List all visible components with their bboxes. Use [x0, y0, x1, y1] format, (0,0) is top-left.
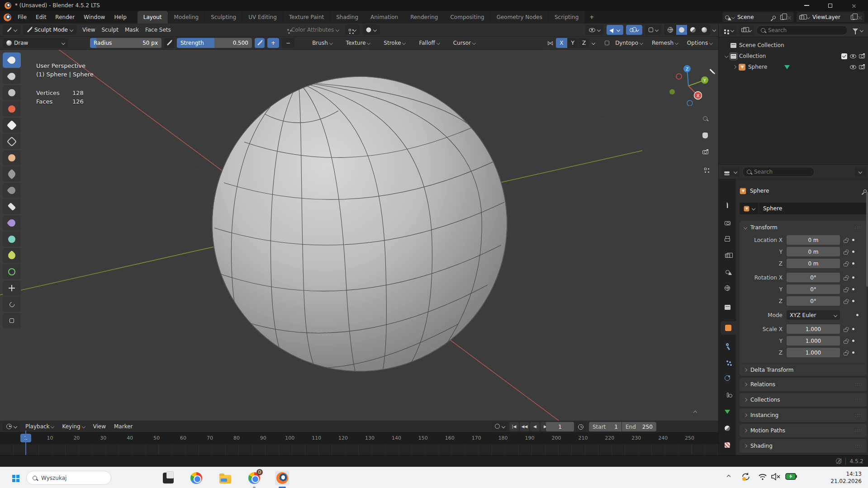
tool-crease[interactable] — [3, 166, 21, 182]
viewport-menu-item[interactable]: Mask — [122, 25, 142, 35]
workspace-tab[interactable]: Compositing — [444, 11, 490, 24]
outliner-row-sphere[interactable]: Sphere — [722, 62, 865, 72]
brush-popover[interactable]: Falloff — [416, 38, 442, 48]
shading-solid-button[interactable] — [676, 25, 687, 35]
close-button[interactable] — [844, 0, 863, 11]
animate-dot-icon[interactable] — [852, 251, 854, 253]
menu-window[interactable]: Window — [79, 11, 109, 24]
outliner-row-scene-collection[interactable]: Scene Collection — [722, 40, 865, 51]
animate-dot-icon[interactable] — [852, 340, 854, 342]
tab-output[interactable] — [719, 232, 736, 246]
tray-wifi-icon[interactable] — [758, 473, 767, 482]
viewport-camera-button[interactable] — [699, 146, 711, 158]
viewport-canvas[interactable] — [0, 50, 718, 421]
dyntopo-popover[interactable]: Dyntopo — [612, 38, 646, 48]
tool-smooth[interactable] — [3, 183, 21, 198]
unlink-scene-icon[interactable] — [787, 15, 791, 19]
menu-file[interactable]: File — [13, 11, 31, 24]
lock-icon[interactable] — [844, 240, 848, 243]
expand-chevron-icon[interactable] — [733, 65, 736, 69]
workspace-tab[interactable]: Animation — [365, 11, 404, 24]
location-value-field[interactable]: 0 m — [787, 235, 840, 245]
shading-options-chevron[interactable] — [712, 28, 716, 32]
properties-section[interactable]: Motion Paths :::: — [740, 424, 867, 437]
viewport-menu-item[interactable]: Sculpt — [98, 25, 121, 35]
properties-section[interactable]: Relations :::: — [740, 378, 867, 391]
workspace-tab[interactable]: UV Editing — [242, 11, 283, 24]
rotation-value-field[interactable]: 0° — [787, 296, 840, 306]
timeline-menu-keying[interactable]: Keying — [59, 422, 88, 431]
taskbar-search[interactable]: Wyszukaj — [26, 471, 111, 485]
lock-icon[interactable] — [844, 352, 848, 355]
menu-render[interactable]: Render — [51, 11, 79, 24]
outliner-filter-button[interactable] — [850, 25, 866, 35]
scale-value-field[interactable]: 1.000 — [787, 336, 840, 346]
tool-simplify[interactable] — [3, 264, 21, 280]
tab-scene[interactable] — [719, 265, 736, 279]
scale-value-field[interactable]: 1.000 — [787, 348, 840, 357]
tray-sync-icon[interactable] — [741, 472, 751, 483]
symmetry-z-toggle[interactable]: Z — [579, 38, 589, 48]
tool-draw-sharp[interactable] — [3, 69, 21, 84]
location-value-field[interactable]: 0 m — [787, 247, 840, 256]
radius-pressure-toggle[interactable] — [164, 38, 174, 48]
direction-subtract-button[interactable]: − — [282, 38, 294, 48]
start-frame-field[interactable]: Start1 — [589, 422, 621, 431]
animate-dot-icon[interactable] — [856, 314, 859, 316]
end-frame-field[interactable]: End250 — [622, 422, 656, 431]
lock-icon[interactable] — [844, 301, 848, 304]
symmetry-options-chevron[interactable] — [592, 41, 595, 45]
remove-viewlayer-icon[interactable] — [858, 15, 862, 19]
properties-section[interactable]: Instancing :::: — [740, 408, 867, 422]
timeline-ruler[interactable]: 1020304050607080901001101201301401501601… — [0, 432, 718, 444]
hide-eye-icon[interactable] — [850, 54, 856, 58]
jump-to-start-button[interactable]: |◀ — [509, 422, 519, 431]
menu-edit[interactable]: Edit — [31, 11, 51, 24]
viewport-zoom-button[interactable] — [699, 112, 711, 125]
rotation-value-field[interactable]: 0° — [787, 273, 840, 282]
lock-icon[interactable] — [844, 329, 848, 332]
tab-object-data[interactable] — [719, 405, 736, 418]
object-name-field[interactable]: Sphere — [759, 203, 867, 214]
tool-scrape[interactable] — [3, 215, 21, 231]
lock-icon[interactable] — [844, 263, 848, 266]
tool-rotate[interactable] — [3, 297, 21, 312]
taskbar-chrome[interactable] — [189, 471, 204, 485]
animate-dot-icon[interactable] — [852, 239, 854, 241]
viewport-pan-button[interactable] — [699, 129, 711, 142]
symmetry-x-toggle[interactable]: X — [556, 38, 567, 48]
viewport-menu-item[interactable]: Face Sets — [142, 25, 174, 35]
hide-eye-icon[interactable] — [850, 65, 856, 69]
tool-snake-hook[interactable] — [3, 248, 21, 263]
xray-toggle[interactable] — [645, 25, 662, 35]
color-attributes-dropdown[interactable]: Color Attributes — [284, 25, 342, 35]
navigation-gizmo[interactable]: Z Y X — [667, 62, 710, 106]
workspace-tab[interactable]: Geometry Nodes — [491, 11, 548, 24]
strength-pressure-toggle[interactable] — [255, 38, 265, 48]
gizmo-x-neg-axis[interactable] — [676, 74, 682, 79]
properties-search-input[interactable]: Search — [742, 167, 815, 177]
tray-expand-chevron[interactable] — [727, 475, 730, 479]
auto-keying-toggle[interactable] — [492, 422, 508, 431]
blender-menu-icon[interactable] — [4, 14, 11, 21]
play-reverse-button[interactable]: ◀ — [530, 422, 540, 431]
direction-add-button[interactable]: + — [267, 38, 279, 48]
copy-viewlayer-icon[interactable] — [851, 15, 855, 20]
timeline-menu-playback[interactable]: Playback — [22, 422, 57, 431]
workspace-tab[interactable]: Sculpting — [205, 11, 242, 24]
tray-volume-muted-icon[interactable] — [771, 473, 781, 482]
delta-transform-subpanel[interactable]: Delta Transform — [740, 363, 867, 376]
gizmo-y-neg-axis[interactable] — [669, 89, 675, 95]
pin-icon[interactable] — [772, 15, 777, 19]
animate-dot-icon[interactable] — [852, 300, 854, 302]
properties-options-button[interactable] — [855, 167, 866, 177]
shading-material-button[interactable] — [688, 25, 698, 35]
sphere-mesh[interactable] — [205, 76, 510, 398]
scale-value-field[interactable]: 1.000 — [787, 324, 840, 334]
workspace-tab[interactable]: Texture Paint — [283, 11, 330, 24]
tab-world[interactable] — [719, 281, 736, 295]
lock-icon[interactable] — [844, 251, 848, 255]
options-popover[interactable]: Options — [684, 38, 716, 48]
brush-popover[interactable]: Texture — [343, 38, 374, 48]
animate-dot-icon[interactable] — [852, 288, 854, 290]
